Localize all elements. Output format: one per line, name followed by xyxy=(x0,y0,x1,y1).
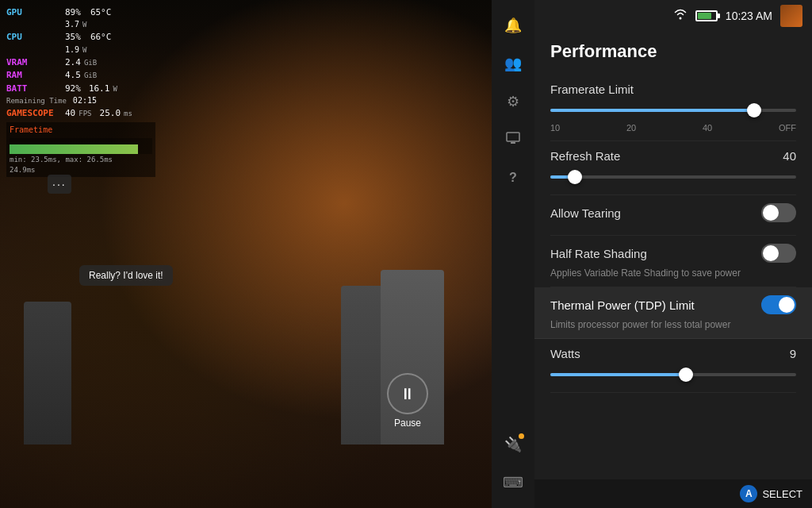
framerate-limit-label: Framerate Limit xyxy=(550,83,634,96)
help-icon: ? xyxy=(509,171,517,185)
framerate-slider[interactable] xyxy=(550,101,796,120)
hud-vram-label: VRAM xyxy=(6,56,62,68)
character-left xyxy=(24,302,71,444)
half-rate-shading-setting: Half Rate Shading Applies Variable Rate … xyxy=(550,236,796,287)
status-time: 10:23 AM xyxy=(726,10,772,22)
hud-gpu-label: GPU xyxy=(6,6,62,18)
half-rate-shading-label: Half Rate Shading xyxy=(550,247,647,260)
game-area: GPU 89% 65°C 3.7 W CPU 35% 66°C 1.9 W VR… xyxy=(0,0,492,508)
sidebar-friends[interactable]: 👥 xyxy=(497,48,529,79)
sidebar-keyboard[interactable]: ⌨ xyxy=(497,467,529,498)
performance-title: Performance xyxy=(550,32,796,75)
status-bar: 10:23 AM xyxy=(534,0,812,32)
allow-tearing-label: Allow Tearing xyxy=(550,206,621,220)
allow-tearing-toggle[interactable] xyxy=(761,203,796,222)
hud-ram-label: RAM xyxy=(6,69,62,81)
avatar xyxy=(780,5,802,27)
friends-icon: 👥 xyxy=(504,55,522,72)
sidebar-power[interactable]: 🔌 xyxy=(497,429,529,460)
performance-panel: Performance Framerate Limit 10 20 40 OFF xyxy=(534,32,812,479)
refresh-rate-label: Refresh Rate xyxy=(550,149,620,163)
watts-slider[interactable] xyxy=(550,365,796,384)
keyboard-icon: ⌨ xyxy=(503,474,523,491)
framerate-off-label: OFF xyxy=(779,123,796,133)
pause-overlay[interactable]: ⏸ Pause xyxy=(387,373,428,429)
thermal-power-label: Thermal Power (TDP) Limit xyxy=(550,298,695,312)
battery-indicator xyxy=(695,10,718,21)
sidebar-help[interactable]: ? xyxy=(497,162,529,194)
sidebar-display[interactable] xyxy=(497,124,529,156)
thermal-power-desc: Limits processor power for less total po… xyxy=(550,319,796,330)
refresh-rate-setting: Refresh Rate 40 xyxy=(550,141,796,195)
pause-icon: ⏸ xyxy=(400,385,416,403)
thermal-power-setting: Thermal Power (TDP) Limit Limits process… xyxy=(534,287,812,339)
watts-value: 9 xyxy=(790,347,796,360)
framerate-min-label: 10 xyxy=(550,123,560,133)
dots-menu[interactable]: ··· xyxy=(48,175,71,194)
svg-rect-0 xyxy=(507,133,519,141)
hud-gamescope-label: GAMESCOPE xyxy=(6,107,62,119)
sidebar-settings[interactable]: ⚙ xyxy=(497,86,529,117)
hud-overlay: GPU 89% 65°C 3.7 W CPU 35% 66°C 1.9 W VR… xyxy=(6,6,155,177)
refresh-rate-slider[interactable] xyxy=(550,167,796,187)
gear-icon: ⚙ xyxy=(507,93,519,110)
half-rate-shading-toggle[interactable] xyxy=(761,244,796,263)
hud-batt-label: BATT xyxy=(6,83,62,94)
pause-button[interactable]: ⏸ xyxy=(387,373,428,414)
select-hint: A SELECT xyxy=(740,485,802,502)
framerate-mid-label: 20 xyxy=(626,123,636,133)
display-icon xyxy=(505,130,521,150)
sidebar-notification[interactable]: 🔔 xyxy=(497,10,529,41)
half-rate-shading-desc: Applies Variable Rate Shading to save po… xyxy=(550,267,796,279)
refresh-rate-value: 40 xyxy=(783,149,796,163)
wifi-icon xyxy=(673,9,688,23)
framerate-max-label: 40 xyxy=(703,123,712,133)
sidebar: 🔔 👥 ⚙ ? 🔌 ⌨ xyxy=(492,0,534,508)
framerate-limit-setting: Framerate Limit 10 20 40 OFF xyxy=(550,75,796,141)
watts-setting: Watts 9 xyxy=(550,339,796,393)
watts-label: Watts xyxy=(550,347,580,360)
notification-icon: 🔔 xyxy=(504,17,522,34)
right-panel: 10:23 AM Performance Framerate Limit 10 … xyxy=(534,0,812,508)
bottom-bar: A SELECT xyxy=(534,479,812,508)
power-icon: 🔌 xyxy=(504,436,522,453)
allow-tearing-setting: Allow Tearing xyxy=(550,195,796,236)
battery-icon xyxy=(695,10,718,21)
svg-rect-1 xyxy=(511,142,515,144)
thermal-power-toggle[interactable] xyxy=(761,295,796,314)
hud-cpu-label: CPU xyxy=(6,31,62,43)
a-button[interactable]: A xyxy=(740,485,757,502)
